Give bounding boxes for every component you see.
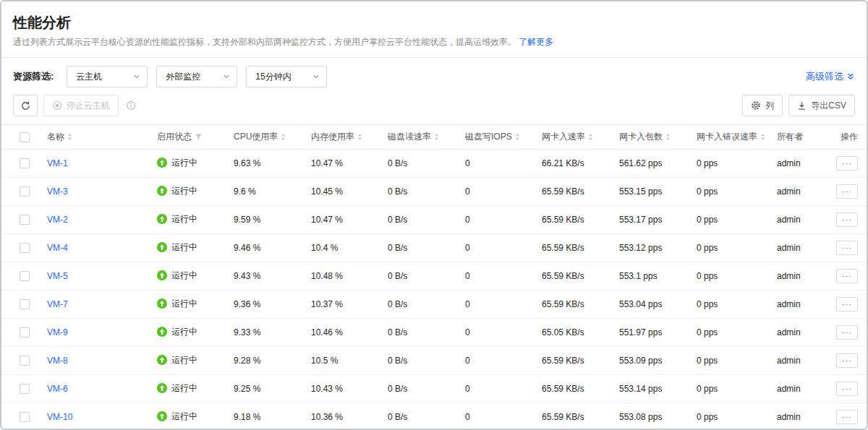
gear-icon: [751, 100, 761, 111]
cell-net-errors: 0 pps: [691, 403, 771, 430]
cell-cpu: 9.33 %: [228, 319, 305, 347]
row-actions-button[interactable]: ···: [836, 382, 858, 396]
column-header-net-packets[interactable]: 网卡入包数: [613, 125, 691, 150]
column-header-memory[interactable]: 内存使用率: [305, 125, 382, 150]
vm-name-link[interactable]: VM-4: [47, 243, 68, 253]
column-header-status[interactable]: 启用状态: [151, 125, 228, 150]
running-status-icon: [157, 158, 167, 168]
cell-net-in: 65.59 KB/s: [536, 234, 613, 262]
refresh-icon: [20, 100, 31, 111]
cell-disk-read: 0 B/s: [382, 206, 459, 234]
filter-funnel-icon[interactable]: [195, 133, 203, 141]
sort-icon: [357, 133, 362, 141]
row-actions-button[interactable]: ···: [836, 297, 858, 311]
page-subtitle-text: 通过列表方式展示云平台核心资源的性能监控指标，支持外部和内部两种监控方式，方便用…: [13, 37, 516, 47]
cell-cpu: 9.63 %: [228, 150, 305, 178]
columns-label: 列: [765, 100, 774, 112]
more-icon: ···: [842, 215, 852, 224]
column-header-cpu[interactable]: CPU使用率: [228, 125, 305, 150]
row-actions-button[interactable]: ···: [836, 269, 858, 283]
status-badge: 运行中: [157, 354, 197, 366]
more-icon: ···: [842, 300, 852, 309]
monitor-type-select[interactable]: 外部监控: [156, 66, 237, 87]
row-actions-button[interactable]: ···: [836, 212, 858, 227]
refresh-button[interactable]: [13, 95, 38, 116]
row-checkbox[interactable]: [20, 412, 30, 422]
vm-name-link[interactable]: VM-5: [47, 271, 68, 281]
status-label: 运行中: [171, 157, 197, 169]
status-badge: 运行中: [157, 298, 197, 310]
vm-name-link[interactable]: VM-6: [47, 384, 68, 394]
vm-name-link[interactable]: VM-10: [47, 412, 72, 422]
row-actions-button[interactable]: ···: [836, 353, 858, 368]
table-header: 名称 启用状态 CPU使用率 内存使用率: [1, 125, 868, 150]
cell-disk-read: 0 B/s: [382, 347, 459, 375]
row-checkbox[interactable]: [20, 158, 30, 168]
vm-name-link[interactable]: VM-8: [47, 356, 68, 366]
column-header-net-in[interactable]: 网卡入速率: [536, 125, 613, 150]
more-icon: ···: [842, 159, 852, 168]
row-checkbox[interactable]: [20, 243, 30, 253]
column-header-name[interactable]: 名称: [41, 125, 151, 150]
row-checkbox[interactable]: [20, 271, 30, 281]
column-header-disk-write-iops[interactable]: 磁盘写IOPS: [459, 125, 536, 150]
row-checkbox[interactable]: [20, 186, 30, 197]
stop-vm-button[interactable]: 停止云主机: [43, 95, 119, 116]
export-csv-label: 导出CSV: [811, 100, 846, 112]
time-range-value: 15分钟内: [255, 71, 291, 83]
row-checkbox[interactable]: [20, 327, 30, 337]
vm-name-link[interactable]: VM-1: [47, 158, 68, 168]
cell-disk-read: 0 B/s: [382, 150, 459, 178]
column-header-disk-read[interactable]: 磁盘读速率: [382, 125, 459, 150]
stop-vm-info-icon[interactable]: [126, 100, 136, 111]
more-icon: ···: [842, 244, 852, 252]
running-status-icon: [157, 214, 167, 224]
row-actions-button[interactable]: ···: [836, 156, 858, 171]
filter-row: 资源筛选: 云主机 外部监控 15分钟内 高级筛选: [1, 58, 867, 95]
cell-net-errors: 0 pps: [691, 234, 771, 262]
cell-net-errors: 0 pps: [691, 150, 771, 178]
sort-icon: [515, 133, 520, 141]
page-title: 性能分析: [13, 13, 855, 32]
columns-button[interactable]: 列: [742, 95, 783, 116]
vm-name-link[interactable]: VM-3: [47, 186, 68, 197]
vm-name-link[interactable]: VM-9: [47, 327, 68, 337]
column-header-net-errors[interactable]: 网卡入错误速率: [691, 125, 771, 150]
row-checkbox[interactable]: [20, 215, 30, 225]
row-actions-button[interactable]: ···: [836, 241, 858, 255]
vm-name-link[interactable]: VM-2: [47, 215, 68, 225]
row-actions-button[interactable]: ···: [836, 325, 858, 340]
resource-type-select[interactable]: 云主机: [67, 66, 148, 87]
cell-disk-read: 0 B/s: [382, 234, 459, 262]
status-label: 运行中: [171, 354, 197, 366]
row-checkbox[interactable]: [20, 356, 30, 366]
select-all-checkbox[interactable]: [20, 132, 30, 142]
status-label: 运行中: [171, 410, 197, 423]
cell-disk-read: 0 B/s: [382, 375, 459, 403]
advanced-filter-link[interactable]: 高级筛选: [806, 70, 855, 83]
status-badge: 运行中: [157, 270, 197, 282]
table-row: VM-4 运行中 9.46 % 10.4 % 0 B/s 0 65.59 KB/…: [1, 234, 868, 262]
row-actions-button[interactable]: ···: [836, 184, 858, 199]
running-status-icon: [157, 327, 167, 337]
row-checkbox[interactable]: [20, 384, 30, 394]
cell-net-packets: 553.14 pps: [613, 375, 691, 403]
table-row: VM-8 运行中 9.28 % 10.5 % 0 B/s 0 65.59 KB/…: [1, 347, 868, 375]
learn-more-link[interactable]: 了解更多: [519, 37, 553, 47]
cell-memory: 10.47 %: [305, 150, 382, 178]
table-row: VM-5 运行中 9.43 % 10.48 % 0 B/s 0 65.59 KB…: [1, 262, 868, 291]
running-status-icon: [157, 270, 167, 280]
sort-icon: [588, 133, 593, 141]
export-csv-button[interactable]: 导出CSV: [788, 95, 855, 116]
cell-net-errors: 0 pps: [691, 291, 771, 319]
cell-net-packets: 553.1 pps: [613, 262, 691, 291]
row-actions-button[interactable]: ···: [836, 410, 858, 424]
more-icon: ···: [842, 413, 852, 421]
row-checkbox[interactable]: [20, 299, 30, 309]
time-range-select[interactable]: 15分钟内: [246, 66, 327, 87]
vm-name-link[interactable]: VM-7: [47, 299, 68, 309]
cell-net-packets: 553.17 pps: [613, 206, 691, 234]
cell-disk-write-iops: 0: [459, 206, 536, 234]
column-header-owner: 所有者: [771, 125, 825, 150]
status-label: 运行中: [171, 298, 197, 310]
